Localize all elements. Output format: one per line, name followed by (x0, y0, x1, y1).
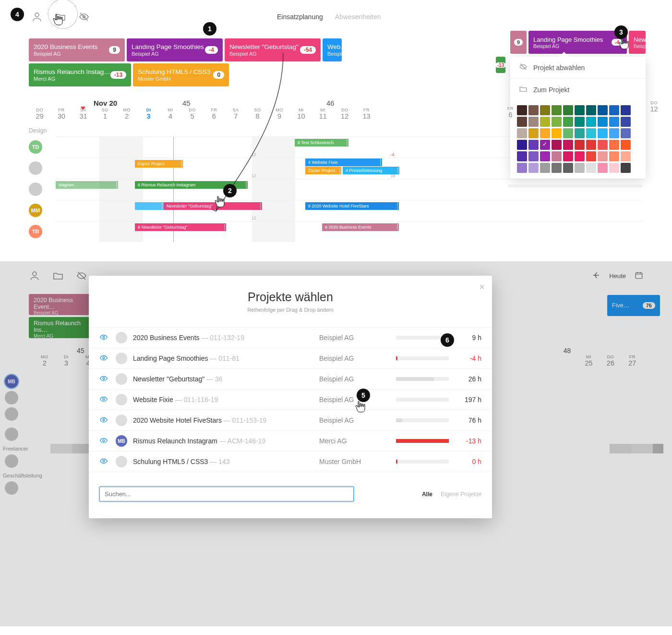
color-swatch[interactable] (552, 140, 562, 150)
color-swatch[interactable] (552, 105, 562, 115)
color-swatch[interactable] (609, 140, 619, 150)
project-row[interactable]: Landing Page Smoothies — 011-81 Beispiel… (89, 348, 492, 369)
color-swatch[interactable] (598, 163, 608, 173)
project-pill[interactable]: Landing Page SmoothiesBeispiel AG-4 (127, 38, 223, 61)
color-swatch[interactable] (621, 151, 631, 161)
tab-abwesenheiten[interactable]: Abwesenheiten (335, 13, 381, 21)
project-row[interactable]: 2020 Website Hotel FiveStars — 011-153-1… (89, 410, 492, 431)
color-swatch[interactable] (621, 128, 631, 138)
color-swatch[interactable] (586, 128, 596, 138)
avatar[interactable] (5, 391, 18, 404)
color-swatch-grid[interactable] (510, 100, 646, 173)
avatar[interactable] (5, 407, 18, 421)
calendar-icon[interactable] (635, 271, 643, 281)
color-swatch[interactable] (609, 151, 619, 161)
folder-icon[interactable] (52, 270, 64, 281)
color-swatch[interactable] (528, 151, 539, 161)
pill-landing-page[interactable]: Landing Page Smoothies Beispiel AG -4 (528, 31, 627, 54)
user-icon[interactable] (31, 11, 43, 23)
color-swatch[interactable] (598, 117, 608, 127)
color-swatch[interactable] (586, 117, 596, 127)
color-swatch[interactable] (609, 105, 619, 115)
eye-off-icon[interactable] (78, 11, 90, 23)
eye-icon[interactable] (99, 354, 109, 364)
avatar[interactable] (5, 481, 18, 495)
eye-icon[interactable] (99, 374, 109, 384)
color-swatch[interactable] (621, 117, 631, 127)
avatar[interactable] (29, 161, 42, 175)
color-swatch[interactable] (540, 163, 550, 173)
color-swatch[interactable] (528, 105, 539, 115)
avatar[interactable]: MM (29, 204, 42, 217)
color-swatch[interactable] (528, 128, 539, 138)
project-row[interactable]: 2020 Business Events — 011-132-19 Beispi… (89, 327, 492, 348)
segment-all[interactable]: Alle (422, 491, 432, 498)
deselect-project[interactable]: Projekt abwählen (510, 57, 646, 79)
segment-own[interactable]: Eigene Projekte (441, 491, 481, 498)
arrow-collapse-icon[interactable] (592, 271, 600, 281)
color-swatch[interactable] (621, 163, 631, 173)
project-row[interactable]: Newsletter "Geburtstag" — 36 Beispiel AG… (89, 369, 492, 390)
color-swatch[interactable] (517, 128, 527, 138)
color-swatch[interactable] (563, 105, 573, 115)
schedule-bar[interactable]: stagram… (56, 181, 118, 189)
color-swatch[interactable] (540, 128, 550, 138)
color-swatch[interactable] (552, 117, 562, 127)
eye-icon[interactable] (99, 457, 109, 467)
color-swatch[interactable] (528, 163, 539, 173)
color-swatch[interactable] (540, 151, 550, 161)
project-pill[interactable]: 2020 Business EventsBeispiel AG9 (29, 38, 125, 61)
project-row[interactable]: Website Fixie — 011-116-19 Beispiel AG 1… (89, 390, 492, 410)
schedule-bar[interactable]: 6 Newsletter "Geburtstag" (135, 223, 226, 231)
project-pill[interactable]: Rismus Relaunch Instag…Merci AG-13 (29, 63, 131, 86)
avatar[interactable]: TD (29, 140, 42, 154)
avatar[interactable] (5, 427, 18, 441)
color-swatch[interactable] (528, 117, 539, 127)
color-swatch[interactable] (575, 117, 585, 127)
project-row[interactable]: MB Rismus Relaunch Instagram — ACM-146-1… (89, 431, 492, 452)
color-swatch[interactable] (621, 140, 631, 150)
color-swatch[interactable] (528, 140, 539, 150)
color-swatch[interactable] (540, 140, 550, 150)
eye-icon[interactable] (99, 436, 109, 446)
schedule-bar[interactable] (135, 202, 164, 210)
color-swatch[interactable] (575, 151, 585, 161)
color-swatch[interactable] (609, 128, 619, 138)
color-swatch[interactable] (609, 163, 619, 173)
color-swatch[interactable] (575, 163, 585, 173)
color-swatch[interactable] (563, 140, 573, 150)
color-swatch[interactable] (563, 128, 573, 138)
color-swatch[interactable] (552, 163, 562, 173)
schedule-bar[interactable]: 6 2020 Business Events (322, 223, 399, 231)
schedule-bar[interactable]: Zapier Project (305, 167, 341, 174)
color-swatch[interactable] (598, 140, 608, 150)
color-swatch[interactable] (563, 151, 573, 161)
color-swatch[interactable] (598, 151, 608, 161)
color-swatch[interactable] (586, 105, 596, 115)
color-swatch[interactable] (563, 163, 573, 173)
eye-icon[interactable] (99, 395, 109, 405)
color-swatch[interactable] (621, 105, 631, 115)
tab-einsatzplanung[interactable]: Einsatzplanung (277, 13, 323, 21)
avatar-mb[interactable]: MB (5, 375, 18, 388)
color-swatch[interactable] (586, 163, 596, 173)
color-swatch[interactable] (575, 128, 585, 138)
project-row[interactable]: Schulung HTML5 / CSS3 — 143 Muster GmbH … (89, 452, 492, 472)
today-button[interactable]: Heute (609, 272, 626, 280)
color-swatch[interactable] (517, 163, 527, 173)
color-swatch[interactable] (552, 128, 562, 138)
color-swatch[interactable] (586, 140, 596, 150)
color-swatch[interactable] (540, 117, 550, 127)
schedule-bar[interactable]: 8 2020 Website Hotel FiveStars (305, 202, 399, 210)
color-swatch[interactable] (598, 105, 608, 115)
user-icon[interactable] (29, 270, 40, 281)
eye-icon[interactable] (99, 415, 109, 426)
goto-project[interactable]: Zum Projekt (510, 79, 646, 100)
color-swatch[interactable] (598, 128, 608, 138)
eye-off-icon[interactable] (76, 270, 87, 281)
avatar[interactable]: TR (29, 225, 42, 238)
schedule-bar[interactable]: Zapier Project (135, 160, 183, 168)
color-swatch[interactable] (575, 140, 585, 150)
schedule-bar[interactable]: 4 Website Fixie (305, 159, 382, 166)
close-icon[interactable]: × (479, 281, 485, 293)
